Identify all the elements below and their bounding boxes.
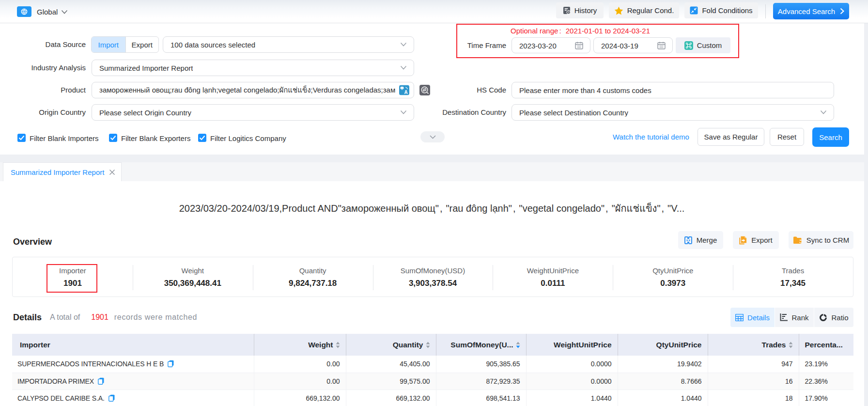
svg-text:A: A — [404, 90, 407, 95]
